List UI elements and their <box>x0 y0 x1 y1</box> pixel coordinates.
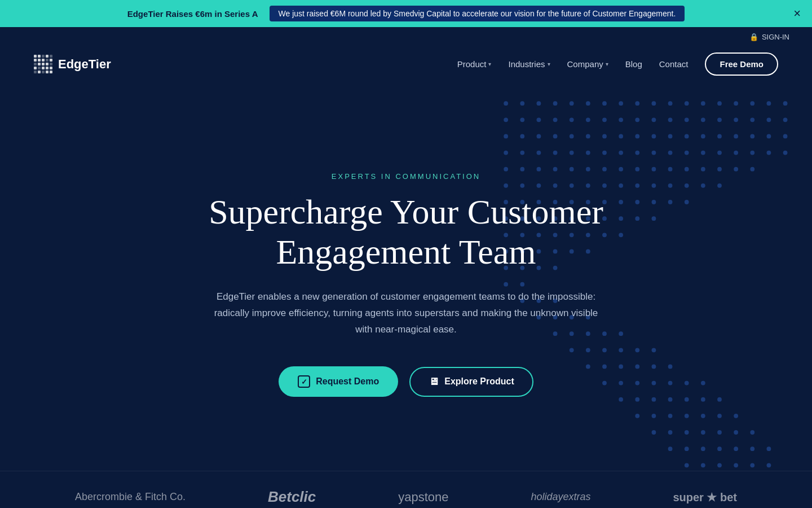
svg-point-30 <box>701 117 705 122</box>
svg-point-17 <box>783 101 788 106</box>
svg-point-101 <box>717 183 722 188</box>
svg-point-52 <box>767 134 771 139</box>
svg-point-29 <box>685 117 689 122</box>
svg-point-6 <box>602 101 607 106</box>
svg-point-20 <box>537 117 541 122</box>
svg-point-90 <box>537 183 541 188</box>
sign-in-link[interactable]: 🔒 SIGN-IN <box>749 33 789 41</box>
svg-point-113 <box>685 200 689 204</box>
nav-item-product[interactable]: Product ▾ <box>457 59 492 69</box>
svg-point-109 <box>619 200 623 204</box>
raise-text: EdgeTier Raises €6m in Series A <box>127 9 258 19</box>
hero-section: EXPERTS IN COMMUNICATION Supercharge You… <box>0 87 812 471</box>
main-navigation: EdgeTier Product ▾ Industries ▾ Company … <box>0 47 812 87</box>
svg-point-35 <box>783 117 788 122</box>
svg-point-58 <box>570 151 574 155</box>
request-demo-button[interactable]: ✓ Request Demo <box>279 366 398 397</box>
top-bar: 🔒 SIGN-IN <box>0 27 812 47</box>
nav-item-blog[interactable]: Blog <box>625 59 642 69</box>
svg-point-41 <box>586 134 590 139</box>
svg-point-121 <box>619 216 623 221</box>
sign-in-label: SIGN-IN <box>762 33 789 41</box>
svg-point-159 <box>619 348 623 352</box>
nav-item-contact[interactable]: Contact <box>659 59 689 69</box>
nav-item-industries[interactable]: Industries ▾ <box>508 59 550 69</box>
svg-point-192 <box>701 430 705 435</box>
svg-point-5 <box>586 101 590 106</box>
svg-point-80 <box>635 167 639 172</box>
svg-point-197 <box>685 446 689 451</box>
svg-point-201 <box>750 446 754 451</box>
svg-point-63 <box>652 151 656 155</box>
svg-point-181 <box>717 397 722 402</box>
svg-point-202 <box>767 446 771 451</box>
svg-point-18 <box>504 117 508 122</box>
chevron-down-icon: ▾ <box>606 61 608 67</box>
svg-point-69 <box>750 151 754 155</box>
svg-point-19 <box>520 117 524 122</box>
svg-point-76 <box>570 167 574 172</box>
logo[interactable]: EdgeTier <box>34 55 111 73</box>
banner-close-button[interactable]: × <box>793 7 801 20</box>
nav-links: Product ▾ Industries ▾ Company ▾ Blog Co… <box>457 52 778 76</box>
svg-point-173 <box>685 381 689 386</box>
logo-name: EdgeTier <box>58 57 111 72</box>
svg-point-170 <box>635 381 639 386</box>
svg-point-33 <box>750 117 754 122</box>
svg-point-78 <box>602 167 607 172</box>
svg-point-92 <box>570 183 574 188</box>
lock-icon: 🔒 <box>749 33 758 41</box>
svg-point-93 <box>586 183 590 188</box>
svg-point-70 <box>767 151 771 155</box>
svg-point-25 <box>619 117 623 122</box>
svg-point-200 <box>734 446 738 451</box>
svg-point-167 <box>668 365 673 369</box>
svg-point-65 <box>685 151 689 155</box>
svg-point-176 <box>635 397 639 402</box>
svg-point-24 <box>602 117 607 122</box>
explore-product-button[interactable]: 🖥 Explore Product <box>409 367 533 397</box>
svg-point-205 <box>717 463 722 467</box>
svg-point-79 <box>619 167 623 172</box>
svg-point-203 <box>685 463 689 467</box>
svg-point-163 <box>602 365 607 369</box>
svg-point-31 <box>717 117 722 122</box>
svg-point-87 <box>750 167 754 172</box>
svg-point-162 <box>586 365 590 369</box>
svg-point-61 <box>619 151 623 155</box>
svg-point-50 <box>734 134 738 139</box>
nav-item-company[interactable]: Company ▾ <box>567 59 608 69</box>
svg-point-97 <box>652 183 656 188</box>
svg-point-3 <box>553 101 558 106</box>
svg-point-168 <box>602 381 607 386</box>
svg-point-166 <box>652 365 656 369</box>
svg-point-169 <box>619 381 623 386</box>
svg-point-95 <box>619 183 623 188</box>
svg-point-99 <box>685 183 689 188</box>
svg-point-204 <box>701 463 705 467</box>
svg-point-2 <box>537 101 541 106</box>
dot-pattern-background <box>474 87 812 471</box>
svg-point-178 <box>668 397 673 402</box>
svg-point-184 <box>668 414 673 418</box>
svg-point-38 <box>537 134 541 139</box>
chevron-down-icon: ▾ <box>548 61 550 67</box>
svg-point-11 <box>685 101 689 106</box>
svg-point-7 <box>619 101 623 106</box>
svg-point-36 <box>504 134 508 139</box>
svg-point-1 <box>520 101 524 106</box>
svg-point-157 <box>586 348 590 352</box>
svg-point-59 <box>586 151 590 155</box>
svg-point-156 <box>570 348 574 352</box>
svg-point-56 <box>537 151 541 155</box>
free-demo-button[interactable]: Free Demo <box>705 52 778 76</box>
svg-point-96 <box>635 183 639 188</box>
svg-point-187 <box>717 414 722 418</box>
svg-point-77 <box>586 167 590 172</box>
svg-point-98 <box>668 183 673 188</box>
svg-point-89 <box>520 183 524 188</box>
svg-point-164 <box>619 365 623 369</box>
raise-detail: We just raised €6M round led by Smedvig … <box>270 6 685 21</box>
svg-point-13 <box>717 101 722 106</box>
svg-point-75 <box>553 167 558 172</box>
